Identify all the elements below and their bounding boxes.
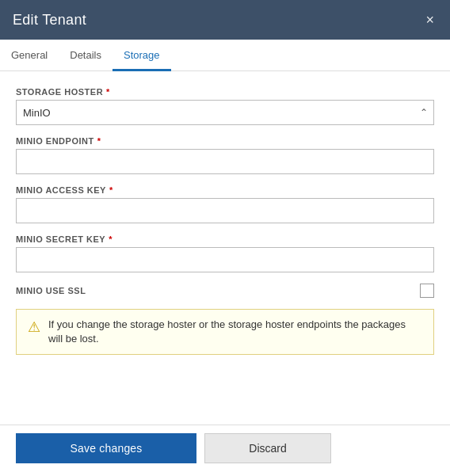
warning-icon: ⚠	[28, 318, 40, 336]
minio-ssl-row: MINIO USE SSL	[16, 284, 434, 298]
minio-access-key-input[interactable]	[16, 198, 434, 223]
warning-box: ⚠ If you change the storage hoster or th…	[16, 309, 434, 355]
close-button[interactable]: ×	[422, 11, 437, 29]
required-star-secret: *	[109, 234, 113, 244]
minio-secret-key-group: MINIO SECRET KEY *	[16, 234, 434, 272]
minio-access-key-label: MINIO ACCESS KEY *	[16, 185, 434, 195]
discard-button[interactable]: Discard	[204, 433, 331, 463]
edit-tenant-dialog: Edit Tenant × General Details Storage ST…	[0, 0, 450, 476]
storage-hoster-label: STORAGE HOSTER *	[16, 87, 434, 97]
required-star-access: *	[109, 185, 113, 195]
tab-storage[interactable]: Storage	[113, 40, 171, 71]
required-star-endpoint: *	[97, 136, 101, 146]
save-button[interactable]: Save changes	[16, 433, 196, 463]
storage-hoster-group: STORAGE HOSTER * MinIO Azure S3 ⌃	[16, 87, 434, 125]
storage-hoster-select[interactable]: MinIO Azure S3	[16, 100, 434, 125]
tab-bar: General Details Storage	[0, 40, 450, 71]
minio-secret-key-label: MINIO SECRET KEY *	[16, 234, 434, 244]
minio-endpoint-input[interactable]	[16, 149, 434, 174]
dialog-footer: Save changes Discard	[0, 425, 450, 476]
minio-ssl-checkbox[interactable]	[420, 284, 434, 298]
minio-endpoint-group: MINIO ENDPOINT *	[16, 136, 434, 174]
tab-details[interactable]: Details	[59, 40, 113, 71]
dialog-body: STORAGE HOSTER * MinIO Azure S3 ⌃ MINIO …	[0, 87, 450, 425]
warning-text: If you change the storage hoster or the …	[48, 318, 422, 346]
minio-secret-key-input[interactable]	[16, 247, 434, 272]
dialog-title: Edit Tenant	[13, 12, 86, 29]
minio-ssl-label: MINIO USE SSL	[16, 286, 86, 295]
required-star: *	[106, 87, 110, 97]
tab-general[interactable]: General	[0, 40, 59, 71]
minio-access-key-group: MINIO ACCESS KEY *	[16, 185, 434, 223]
dialog-header: Edit Tenant ×	[0, 0, 450, 40]
minio-endpoint-label: MINIO ENDPOINT *	[16, 136, 434, 146]
storage-hoster-select-wrapper: MinIO Azure S3 ⌃	[16, 100, 434, 125]
